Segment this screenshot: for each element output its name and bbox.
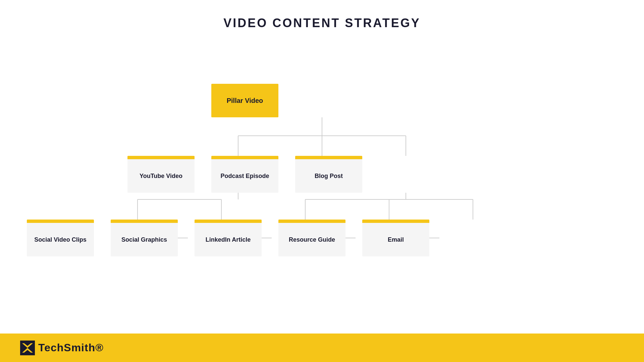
- podcast-label: Podcast Episode: [220, 173, 269, 180]
- company-name: TechSmith: [38, 342, 95, 354]
- blog-label: Blog Post: [315, 173, 343, 180]
- resource-guide-node: Resource Guide: [278, 220, 345, 256]
- pillar-label: Pillar Video: [227, 97, 263, 105]
- registered-symbol: ®: [95, 342, 104, 354]
- blog-post-node: Blog Post: [295, 156, 362, 193]
- pillar-node: Pillar Video: [211, 84, 278, 117]
- svg-rect-18: [20, 341, 35, 355]
- resource-guide-label: Resource Guide: [289, 236, 335, 243]
- youtube-video-node: YouTube Video: [127, 156, 195, 193]
- diagram-container: Pillar Video YouTube Video Podcast Episo…: [0, 37, 644, 272]
- techsmith-logo: TechSmith®: [20, 341, 104, 355]
- linkedin-label: LinkedIn Article: [206, 236, 251, 243]
- page-title: VIDEO CONTENT STRATEGY: [0, 0, 644, 30]
- logo-text: TechSmith®: [38, 342, 104, 354]
- email-label: Email: [388, 236, 404, 243]
- youtube-label: YouTube Video: [140, 173, 182, 180]
- social-video-clips-node: Social Video Clips: [27, 220, 94, 256]
- linkedin-article-node: LinkedIn Article: [195, 220, 262, 256]
- social-video-label: Social Video Clips: [34, 236, 87, 243]
- social-graphics-node: Social Graphics: [111, 220, 178, 256]
- email-node: Email: [362, 220, 429, 256]
- social-graphics-label: Social Graphics: [121, 236, 167, 243]
- podcast-episode-node: Podcast Episode: [211, 156, 278, 193]
- bottom-bar: TechSmith®: [0, 334, 644, 362]
- techsmith-icon: [20, 341, 35, 355]
